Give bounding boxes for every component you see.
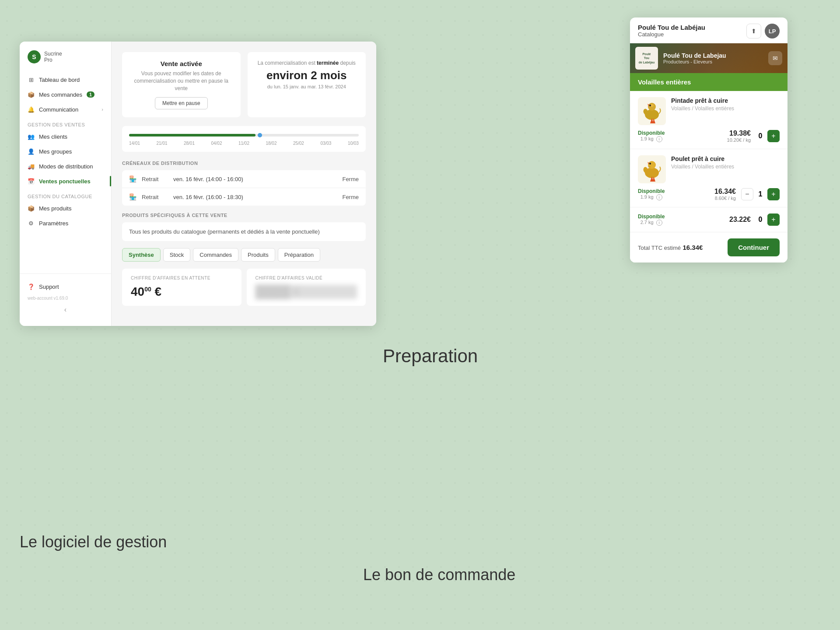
pause-button[interactable]: Mettre en pause <box>155 97 208 109</box>
products-section-title: PRODUITS SPÉCIFIQUES À CETTE VENTE <box>122 213 366 218</box>
tl-label-1: 14/01 <box>129 141 140 146</box>
section-gestion-ventes: Gestion des ventes <box>20 117 111 129</box>
sidebar-item-parametres[interactable]: ⚙ Paramètres <box>20 216 111 231</box>
poulet-price: 16.34€ <box>714 188 736 196</box>
pintade-avail-label: Disponible <box>638 130 665 136</box>
distribution-section-title: CRÉNEAUX DE DISTRIBUTION <box>122 161 366 166</box>
contact-button[interactable]: ✉ <box>768 51 782 65</box>
dist-type-1: Retrait <box>142 176 168 182</box>
sidebar-item-groupes[interactable]: 👤 Mes groupes <box>20 144 111 159</box>
poulet2-qty-count: 0 <box>756 216 765 224</box>
sidebar-item-label: Communication <box>39 106 78 113</box>
pintade-price-kg: 10.20€ / kg <box>727 137 751 143</box>
product-poulet-breadcrumb: Volailles / Volailles entières <box>671 164 734 170</box>
tab-commandes[interactable]: Commandes <box>193 248 238 262</box>
product-poulet-top: Poulet prêt à cuire Volailles / Volaille… <box>638 155 780 183</box>
pintade-qty-plus[interactable]: + <box>767 130 780 142</box>
sidebar-item-tableau[interactable]: ⊞ Tableau de bord <box>20 72 111 87</box>
svg-point-8 <box>648 161 656 169</box>
collapse-icon: ‹ <box>64 306 66 314</box>
tab-stock[interactable]: Stock <box>163 248 191 262</box>
chevron-right-icon: › <box>102 107 103 112</box>
category-header: Volailles entières <box>630 73 788 91</box>
svg-point-4 <box>649 105 651 106</box>
stat-label-valide: CHIFFRE D'AFFAIRES VALIDÉ <box>256 276 357 280</box>
pintade-weight: 1.9 kg i <box>640 136 662 142</box>
products-card: Tous les produits du catalogue (permanen… <box>122 222 366 241</box>
poulet-qty-plus[interactable]: + <box>767 188 780 200</box>
top-cards: Vente activée Vous pouvez modifier les d… <box>122 52 366 117</box>
distribution-row-2: 🏪 Retrait ven. 16 févr. (16:00 - 18:30) … <box>122 188 366 206</box>
pickup-icon-2: 🏪 <box>129 193 136 200</box>
tab-preparation[interactable]: Préparation <box>278 248 320 262</box>
poulet2-qty-plus[interactable]: + <box>767 214 780 226</box>
collapse-button[interactable]: ‹ <box>20 302 111 317</box>
dist-place-1: Ferme <box>342 176 359 182</box>
help-icon: ❓ <box>28 283 35 290</box>
vente-activee-desc: Vous pouvez modifier les dates de commer… <box>131 70 232 92</box>
sidebar-item-clients[interactable]: 👥 Mes clients <box>20 129 111 144</box>
bg-label-commande: Le bon de commande <box>363 566 515 584</box>
avatar[interactable]: LP <box>765 24 780 38</box>
continue-button[interactable]: Continuer <box>728 238 780 256</box>
bg-label-gestion: Le logiciel de gestion <box>20 533 167 551</box>
logo-text: Sucrine Pro <box>44 51 62 63</box>
producer-info: Poulé Tou de Labejau Producteurs - Eleve… <box>663 52 726 64</box>
users-group-icon: 👤 <box>28 148 35 155</box>
pickup-icon-1: 🏪 <box>129 175 136 182</box>
sidebar-item-label: Mes clients <box>39 133 67 140</box>
sidebar-item-communication[interactable]: 🔔 Communication › <box>20 102 111 117</box>
poulet2-price: 23.22€ <box>729 216 751 224</box>
sidebar-item-modes[interactable]: 🚚 Modes de distribution <box>20 159 111 174</box>
sidebar-item-commandes[interactable]: 📦 Mes commandes 1 <box>20 87 111 102</box>
poulet-info-icon[interactable]: i <box>656 194 662 200</box>
pintade-info-icon[interactable]: i <box>656 136 662 142</box>
sidebar-item-ventes[interactable]: 📅 Ventes ponctuelles <box>20 174 111 189</box>
tl-label-3: 28/01 <box>184 141 195 146</box>
panel-header-actions: ⬆ LP <box>746 24 780 38</box>
total-label: Total TTC estimé <box>638 245 681 251</box>
tl-label-8: 03/03 <box>320 141 331 146</box>
dist-place-2: Ferme <box>342 194 359 200</box>
poulet2-weight: 2.7 kg i <box>640 220 662 226</box>
tl-label-5: 11/02 <box>238 141 249 146</box>
product-pintade: Pintade prêt à cuire Volailles / Volaill… <box>630 91 788 149</box>
stat-value-attente: 4000 € <box>131 285 233 299</box>
sidebar-item-label: Mes commandes <box>39 91 82 98</box>
poulet-avail-label: Disponible <box>638 188 665 194</box>
package-icon: 📦 <box>28 205 35 212</box>
panel-header: Poulé Tou de Labéjau Catalogue ⬆ LP <box>630 18 788 43</box>
sidebar-item-label: Paramètres <box>39 220 68 227</box>
stat-value-valide-blurred: ████ € <box>256 285 357 299</box>
timeline-labels: 14/01 21/01 28/01 04/02 11/02 18/02 25/0… <box>129 141 359 146</box>
distribution-row-1: 🏪 Retrait ven. 16 févr. (14:00 - 16:00) … <box>122 170 366 188</box>
tab-synthese[interactable]: Synthèse <box>122 248 161 262</box>
sidebar-item-label: Tableau de bord <box>39 77 80 83</box>
poulet2-qty-control: 0 + <box>756 214 780 226</box>
products-desc: Tous les produits du catalogue (permanen… <box>129 228 320 235</box>
stat-label-attente: CHIFFRE D'AFFAIRES EN ATTENTE <box>131 276 233 280</box>
poulet2-info-icon[interactable]: i <box>656 220 662 226</box>
product-poulet-thumb <box>638 155 666 183</box>
pintade-price-area: 19.38€ 10.20€ / kg <box>727 130 751 143</box>
sidebar-item-label: Mes groupes <box>39 148 72 155</box>
sidebar: S Sucrine Pro ⊞ Tableau de bord 📦 Mes co… <box>20 42 112 326</box>
panel-body: Volailles entières <box>630 73 788 232</box>
producer-logo: PouléToude Labéjau <box>635 47 658 70</box>
active-bar <box>110 176 111 186</box>
sidebar-item-support[interactable]: ❓ Support <box>20 279 111 294</box>
sidebar-item-produits[interactable]: 📦 Mes produits <box>20 201 111 216</box>
poulet2-availability: Disponible 2.7 kg i <box>638 214 665 226</box>
catalogue-panel: Poulé Tou de Labéjau Catalogue ⬆ LP Poul… <box>630 18 788 262</box>
product-poulet-pricing: Disponible 1.9 kg i 16.34€ 8.60€ / kg − … <box>638 188 780 201</box>
poulet-qty-control: − 1 + <box>741 188 780 200</box>
panel-subtitle: Catalogue <box>638 31 705 38</box>
box-icon: 📦 <box>28 91 35 98</box>
poulet-qty-minus[interactable]: − <box>741 188 753 200</box>
tab-produits[interactable]: Produits <box>241 248 275 262</box>
bell-icon: 🔔 <box>28 106 35 113</box>
share-button[interactable]: ⬆ <box>746 24 761 38</box>
sidebar-item-label: Mes produits <box>39 205 71 212</box>
pintade-qty-control: 0 + <box>756 130 780 142</box>
poulet-availability: Disponible 1.9 kg i <box>638 188 665 200</box>
